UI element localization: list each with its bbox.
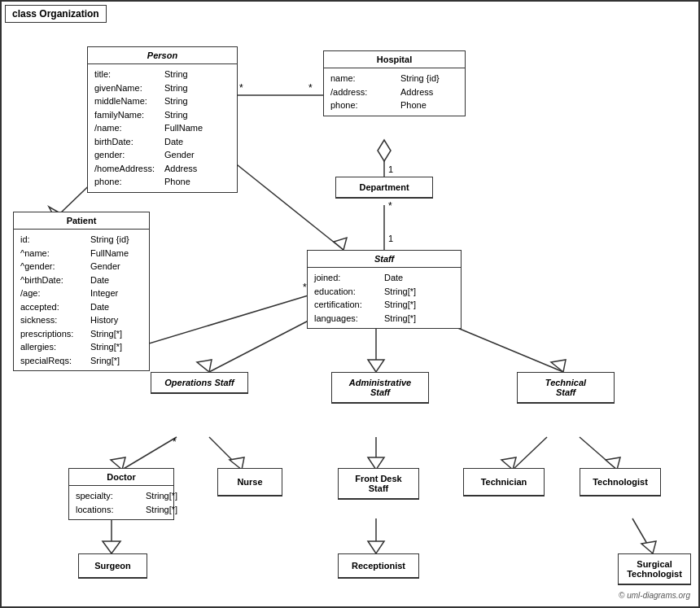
person-name: Person [88,47,237,64]
svg-marker-2 [378,140,391,161]
class-technician: Technician [463,468,545,496]
doctor-attrs: specialty:String[*] locations:String[*] [69,486,173,519]
svg-text:*: * [173,436,177,448]
class-technical-staff: TechnicalStaff [517,372,615,404]
svg-text:*: * [388,200,392,212]
svg-text:*: * [239,82,243,94]
doctor-name: Doctor [69,469,173,486]
svg-line-6 [221,152,343,250]
person-attrs: title:String givenName:String middleName… [88,64,237,192]
class-front-desk-staff: Front DeskStaff [338,468,419,500]
svg-line-21 [513,437,547,470]
diagram-title: class Organization [5,5,107,23]
svg-marker-14 [551,360,566,372]
class-person: Person title:String givenName:String mid… [87,46,238,193]
technician-name: Technician [464,469,544,496]
svg-text:*: * [308,82,313,94]
surgeon-name: Surgeon [79,554,147,578]
class-technologist: Technologist [580,468,661,496]
class-doctor: Doctor specialty:String[*] locations:Str… [68,468,174,520]
class-surgical-technologist: SurgicalTechnologist [618,553,691,585]
svg-line-29 [632,518,653,553]
svg-marker-28 [368,541,384,553]
operations-staff-name: Operations Staff [151,373,247,393]
hospital-name: Hospital [324,51,465,68]
svg-line-23 [580,437,617,470]
surgical-technologist-name: SurgicalTechnologist [619,554,690,584]
svg-text:1: 1 [388,234,393,243]
class-hospital: Hospital name:String {id} /address:Addre… [323,50,466,116]
class-operations-staff: Operations Staff [151,372,248,394]
class-surgeon: Surgeon [78,553,147,579]
svg-text:1: 1 [388,164,393,174]
technologist-name: Technologist [580,469,660,496]
nurse-name: Nurse [218,469,282,496]
svg-marker-10 [197,360,212,372]
class-patient: Patient id:String {id} ^name:FullName ^g… [13,212,150,371]
svg-line-15 [122,437,177,470]
administrative-staff-name: AdministrativeStaff [332,373,428,403]
class-receptionist: Receptionist [338,553,419,579]
technical-staff-name: TechnicalStaff [518,373,614,403]
class-nurse: Nurse [217,468,282,496]
svg-marker-30 [641,541,656,553]
svg-marker-26 [103,541,120,553]
class-staff: Staff joined:Date education:String[*] ce… [307,250,462,329]
hospital-attrs: name:String {id} /address:Address phone:… [324,68,465,116]
staff-attrs: joined:Date education:String[*] certific… [308,268,461,328]
patient-name: Patient [14,212,149,230]
class-department: Department [335,177,433,199]
front-desk-staff-name: Front DeskStaff [339,469,418,499]
diagram-container: class Organization [0,0,700,608]
class-administrative-staff: AdministrativeStaff [331,372,429,404]
svg-marker-7 [334,238,347,250]
staff-name: Staff [308,251,461,268]
svg-line-17 [209,437,242,470]
department-name: Department [336,177,432,198]
patient-attrs: id:String {id} ^name:FullName ^gender:Ge… [14,230,149,370]
copyright: © uml-diagrams.org [619,591,690,600]
svg-marker-12 [368,360,384,372]
receptionist-name: Receptionist [339,554,418,578]
